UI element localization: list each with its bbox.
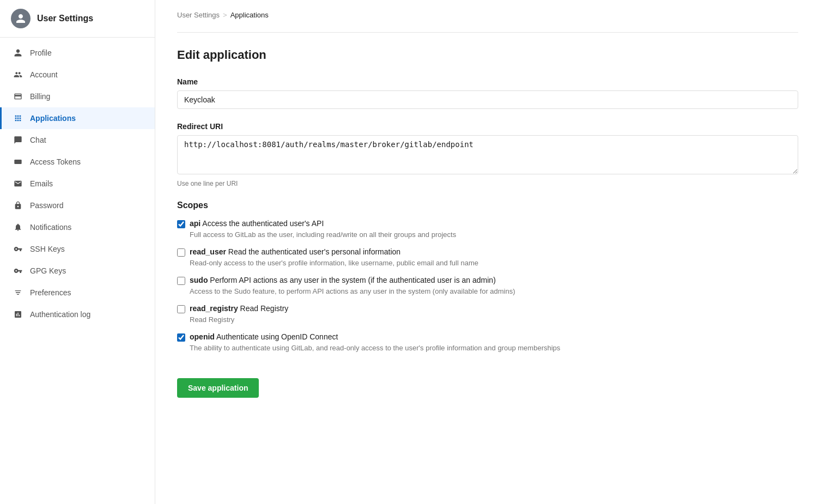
sidebar-nav: Profile Account Billing Applications xyxy=(0,38,155,330)
save-application-button[interactable]: Save application xyxy=(177,378,259,398)
scope-desc-sudo: Access to the Sudo feature, to perform A… xyxy=(190,287,798,295)
scope-item-sudo: sudo Perform API actions as any user in … xyxy=(177,276,798,295)
sidebar-item-chat[interactable]: Chat xyxy=(0,129,155,151)
sidebar-item-label: Emails xyxy=(30,179,53,188)
scope-checkbox-openid[interactable] xyxy=(177,333,185,342)
redirect-uri-field-group: Redirect URI http://localhost:8081/auth/… xyxy=(177,122,798,187)
scope-item-api: api Access the authenticated user's API … xyxy=(177,219,798,239)
scope-checkbox-api[interactable] xyxy=(177,220,185,228)
sidebar-item-label: Profile xyxy=(30,48,52,57)
scope-desc-read-user: Read-only access to the user's profile i… xyxy=(190,259,798,267)
scopes-group: Scopes api Access the authenticated user… xyxy=(177,201,798,352)
account-icon xyxy=(13,69,23,80)
scope-desc-api: Full access to GitLab as the user, inclu… xyxy=(190,230,798,239)
sidebar-item-label: Chat xyxy=(30,136,46,144)
breadcrumb: User Settings > Applications xyxy=(177,11,798,19)
user-avatar-icon xyxy=(11,9,31,28)
scope-label-read-registry: read_registry Read Registry xyxy=(190,304,288,313)
sidebar-item-label: Notifications xyxy=(30,223,71,232)
sidebar: User Settings Profile Account Billing xyxy=(0,0,155,504)
sidebar-item-applications[interactable]: Applications xyxy=(0,107,155,129)
chat-icon xyxy=(13,135,23,145)
sidebar-item-authentication-log[interactable]: Authentication log xyxy=(0,303,155,325)
billing-icon xyxy=(13,91,23,102)
scope-item-read-user: read_user Read the authenticated user's … xyxy=(177,247,798,267)
scope-checkbox-sudo[interactable] xyxy=(177,277,185,285)
sidebar-item-ssh-keys[interactable]: SSH Keys xyxy=(0,238,155,260)
scope-checkbox-read-user[interactable] xyxy=(177,248,185,257)
sidebar-item-access-tokens[interactable]: Access Tokens xyxy=(0,151,155,173)
scope-label-api: api Access the authenticated user's API xyxy=(190,219,324,228)
password-icon xyxy=(13,200,23,211)
sidebar-item-emails[interactable]: Emails xyxy=(0,173,155,195)
emails-icon xyxy=(13,178,23,189)
scope-desc-read-registry: Read Registry xyxy=(190,315,798,324)
svg-rect-0 xyxy=(14,160,21,164)
name-label: Name xyxy=(177,77,798,86)
scope-item-openid: openid Authenticate using OpenID Connect… xyxy=(177,332,798,352)
ssh-keys-icon xyxy=(13,244,23,254)
preferences-icon xyxy=(13,287,23,298)
person-icon xyxy=(13,47,23,58)
scope-label-read-user: read_user Read the authenticated user's … xyxy=(190,247,400,256)
main-content: User Settings > Applications Edit applic… xyxy=(155,0,820,504)
sidebar-item-label: Password xyxy=(30,201,63,210)
sidebar-item-billing[interactable]: Billing xyxy=(0,86,155,107)
redirect-uri-hint: Use one line per URI xyxy=(177,180,798,187)
sidebar-item-profile[interactable]: Profile xyxy=(0,42,155,64)
scope-desc-openid: The ability to authenticate using GitLab… xyxy=(190,344,798,352)
sidebar-item-label: GPG Keys xyxy=(30,266,66,275)
page-divider xyxy=(177,32,798,33)
sidebar-item-label: Applications xyxy=(30,114,76,123)
sidebar-item-notifications[interactable]: Notifications xyxy=(0,216,155,238)
scope-label-sudo: sudo Perform API actions as any user in … xyxy=(190,276,496,284)
breadcrumb-parent-link[interactable]: User Settings xyxy=(177,11,220,19)
sidebar-item-label: Account xyxy=(30,70,58,79)
sidebar-item-password[interactable]: Password xyxy=(0,195,155,216)
sidebar-item-account[interactable]: Account xyxy=(0,64,155,86)
name-field-group: Name xyxy=(177,77,798,109)
gpg-keys-icon xyxy=(13,265,23,276)
notifications-icon xyxy=(13,222,23,233)
breadcrumb-current: Applications xyxy=(230,11,269,19)
sidebar-item-label: SSH Keys xyxy=(30,245,65,253)
sidebar-item-label: Access Tokens xyxy=(30,157,81,166)
scope-label-openid: openid Authenticate using OpenID Connect xyxy=(190,332,338,341)
auth-log-icon xyxy=(13,309,23,320)
scope-item-read-registry: read_registry Read Registry Read Registr… xyxy=(177,304,798,324)
sidebar-header: User Settings xyxy=(0,0,155,38)
scopes-title: Scopes xyxy=(177,201,798,210)
sidebar-item-label: Preferences xyxy=(30,288,71,297)
sidebar-title: User Settings xyxy=(37,14,93,23)
sidebar-item-gpg-keys[interactable]: GPG Keys xyxy=(0,260,155,282)
scope-checkbox-read-registry[interactable] xyxy=(177,305,185,313)
page-title: Edit application xyxy=(177,48,798,62)
breadcrumb-separator: > xyxy=(223,11,227,19)
access-tokens-icon xyxy=(13,156,23,167)
sidebar-item-preferences[interactable]: Preferences xyxy=(0,282,155,303)
sidebar-item-label: Billing xyxy=(30,92,50,101)
redirect-uri-input[interactable]: http://localhost:8081/auth/realms/master… xyxy=(177,135,798,174)
applications-icon xyxy=(13,113,23,124)
sidebar-item-label: Authentication log xyxy=(30,310,90,319)
redirect-uri-label: Redirect URI xyxy=(177,122,798,131)
name-input[interactable] xyxy=(177,90,798,109)
